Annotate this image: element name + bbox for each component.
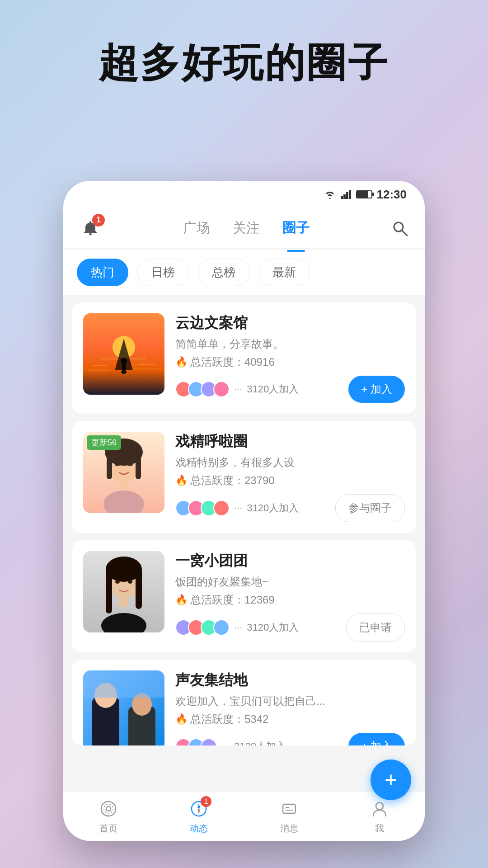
circle-members-3: ··· 3120人加入	[175, 619, 299, 636]
svg-point-24	[115, 462, 120, 466]
circle-thumb-3	[83, 551, 164, 632]
member-dots: ···	[221, 741, 230, 745]
svg-point-25	[127, 462, 133, 466]
phone-frame: 12:30 1 广场 关注 圈子 热门 日榜 总榜 最新	[63, 181, 425, 841]
nav-messages[interactable]: 消息	[278, 798, 300, 835]
svg-rect-2	[346, 192, 348, 199]
fire-icon-2: 🔥	[175, 475, 188, 486]
fab-icon: +	[385, 769, 397, 791]
member-avatar	[201, 738, 217, 745]
home-icon	[99, 800, 117, 818]
circle-thumb-4	[83, 670, 164, 745]
circle-info-1: 云边文案馆 简简单单，分享故事。 🔥 总活跃度：40916 ···	[175, 313, 405, 403]
svg-rect-15	[88, 370, 110, 371]
search-button[interactable]	[389, 217, 411, 240]
fab-button[interactable]: +	[371, 760, 411, 800]
filter-hot[interactable]: 热门	[77, 259, 128, 286]
circle-members-2: ··· 3120人加入	[175, 500, 299, 516]
circle-name-2: 戏精呼啦圈	[175, 432, 405, 452]
circle-members-1: ··· 3120人加入	[175, 381, 299, 397]
circle-activity-2: 🔥 总活跃度：23790	[175, 473, 405, 488]
svg-point-43	[104, 804, 113, 813]
feed-badge: 1	[201, 796, 211, 807]
fire-icon-4: 🔥	[175, 713, 188, 725]
svg-rect-1	[343, 194, 346, 199]
svg-rect-29	[106, 568, 112, 613]
join-button-4[interactable]: + 加入	[348, 733, 405, 745]
member-avatars-2	[175, 500, 230, 516]
filter-bar: 热门 日榜 总榜 最新	[63, 250, 425, 295]
status-icons: 12:30	[324, 188, 407, 202]
fire-icon-1: 🔥	[175, 356, 188, 368]
nav-profile[interactable]: 我	[369, 798, 390, 835]
svg-point-34	[128, 580, 132, 584]
svg-rect-32	[119, 597, 128, 607]
svg-point-33	[115, 580, 120, 584]
search-icon	[391, 220, 408, 237]
member-count-3: 3120人加入	[247, 621, 299, 634]
bell-badge: 1	[92, 214, 105, 226]
filter-total[interactable]: 总榜	[198, 259, 249, 286]
circle-name-1: 云边文案馆	[175, 313, 405, 333]
nav-feed[interactable]: 1 动态	[188, 798, 210, 835]
filter-daily[interactable]: 日榜	[137, 259, 189, 286]
member-dots: ···	[234, 383, 242, 395]
circle-name-3: 一窝小团团	[175, 551, 405, 571]
svg-rect-9	[101, 359, 146, 359]
member-dots: ···	[234, 502, 242, 514]
svg-line-6	[402, 231, 407, 236]
member-count-4: 3120人加入	[234, 740, 286, 745]
circle-desc-2: 戏精特别多，有很多人设	[175, 455, 405, 470]
home-icon-container	[98, 798, 119, 820]
circle-info-3: 一窝小团团 饭团的好友聚集地~ 🔥 总活跃度：12369 ···	[175, 551, 405, 642]
status-bar: 12:30	[63, 181, 425, 208]
circle-card-1: 云边文案馆 简简单单，分享故事。 🔥 总活跃度：40916 ···	[72, 302, 416, 414]
svg-rect-16	[133, 368, 160, 369]
feed-icon-container: 1	[188, 798, 210, 820]
circle-activity-1: 🔥 总活跃度：40916	[175, 355, 405, 369]
tab-广场[interactable]: 广场	[183, 214, 210, 242]
member-avatars-1	[175, 381, 230, 397]
circle-desc-3: 饭团的好友聚集地~	[175, 575, 405, 589]
member-avatar	[213, 500, 230, 516]
member-avatar	[213, 381, 230, 397]
svg-rect-20	[107, 452, 112, 479]
circle-thumb-2: 更新56	[83, 432, 164, 513]
circle-desc-4: 欢迎加入，宝贝们可以把自己...	[175, 694, 405, 708]
profile-icon-container	[369, 798, 390, 820]
svg-rect-13	[92, 365, 106, 366]
nav-home[interactable]: 首页	[98, 798, 119, 835]
circle-bottom-1: ··· 3120人加入 + 加入	[175, 376, 405, 403]
svg-point-12	[121, 358, 127, 364]
member-count-1: 3120人加入	[247, 382, 299, 396]
tab-关注[interactable]: 关注	[233, 214, 260, 242]
fire-icon-3: 🔥	[175, 594, 188, 606]
nav-messages-label: 消息	[280, 822, 298, 835]
join-button-1[interactable]: + 加入	[348, 376, 405, 403]
header: 1 广场 关注 圈子	[63, 208, 425, 249]
wifi-icon	[324, 189, 336, 199]
bottom-nav: 首页 1 动态 消息	[63, 791, 425, 841]
circle-info-2: 戏精呼啦圈 戏精特别多，有很多人设 🔥 总活跃度：23790 ···	[175, 432, 405, 522]
circle-card-4: 声友集结地 欢迎加入，宝贝们可以把自己... 🔥 总活跃度：5342 ···	[72, 660, 416, 745]
circle-bottom-2: ··· 3120人加入 参与圈子	[175, 494, 405, 522]
svg-rect-40	[83, 670, 164, 698]
svg-marker-46	[197, 809, 200, 814]
svg-rect-21	[136, 452, 141, 479]
bell-button[interactable]: 1	[77, 215, 104, 242]
join-button-3[interactable]: 已申请	[346, 613, 405, 642]
svg-point-4	[89, 233, 92, 235]
member-count-2: 3120人加入	[247, 501, 299, 515]
status-time: 12:30	[377, 188, 407, 202]
circle-desc-1: 简简单单，分享故事。	[175, 337, 405, 351]
join-button-2[interactable]: 参与圈子	[335, 494, 405, 522]
circle-info-4: 声友集结地 欢迎加入，宝贝们可以把自己... 🔥 总活跃度：5342 ···	[175, 670, 405, 745]
circle-card-3: 一窝小团团 饭团的好友聚集地~ 🔥 总活跃度：12369 ···	[72, 540, 416, 652]
tab-圈子[interactable]: 圈子	[282, 214, 310, 242]
filter-latest[interactable]: 最新	[258, 259, 310, 286]
signal-icon	[341, 190, 352, 199]
update-badge-2: 更新56	[87, 435, 121, 450]
circle-thumb-1	[83, 313, 164, 395]
circle-activity-4: 🔥 总活跃度：5342	[175, 712, 405, 726]
svg-marker-45	[197, 803, 200, 809]
